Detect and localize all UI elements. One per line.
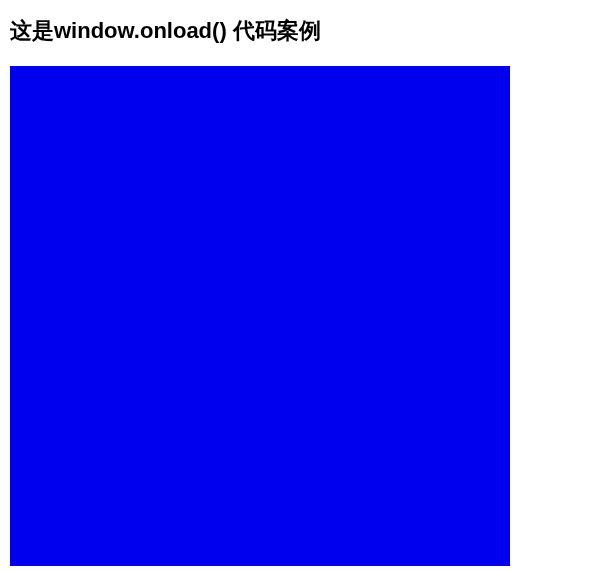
demo-box — [10, 66, 510, 566]
page-title: 这是window.onload() 代码案例 — [10, 16, 590, 46]
